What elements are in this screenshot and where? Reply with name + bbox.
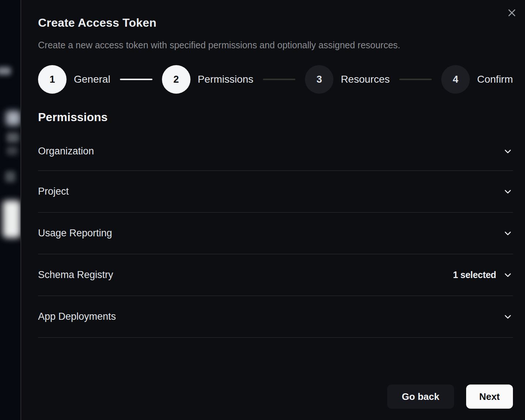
background-blur-shape — [7, 132, 19, 143]
permission-row-schema-registry[interactable]: Schema Registry 1 selected — [38, 254, 513, 296]
chevron-down-icon[interactable] — [503, 312, 513, 322]
step-number-badge: 1 — [38, 65, 67, 94]
background-blur-shape — [6, 111, 20, 125]
permissions-list: Organization Project Usage — [38, 132, 513, 338]
permissions-section-heading: Permissions — [38, 110, 513, 124]
step-number-badge: 4 — [441, 65, 470, 94]
close-icon — [507, 8, 517, 19]
step-label: Confirm — [477, 74, 513, 85]
next-button[interactable]: Next — [466, 385, 513, 409]
permission-row-label: Usage Reporting — [38, 228, 112, 239]
permission-row-label: Project — [38, 186, 69, 197]
create-access-token-dialog: Create Access Token Create a new access … — [20, 0, 525, 420]
close-button[interactable] — [506, 7, 518, 19]
permission-row-app-deployments[interactable]: App Deployments — [38, 296, 513, 338]
screen: Create Access Token Create a new access … — [0, 0, 525, 420]
step-label: General — [74, 74, 110, 85]
background-blur-shape — [5, 171, 15, 182]
go-back-button[interactable]: Go back — [387, 385, 454, 409]
step-label: Resources — [341, 74, 390, 85]
permission-row-label: Organization — [38, 146, 94, 157]
background-blur-shape — [7, 146, 18, 155]
selection-count-badge: 1 selected — [453, 270, 496, 280]
permission-row-label: App Deployments — [38, 311, 116, 322]
step-connector — [263, 79, 295, 80]
step-connector — [399, 79, 432, 80]
step-connector — [120, 79, 152, 80]
permission-row-label: Schema Registry — [38, 269, 113, 281]
chevron-down-icon[interactable] — [503, 228, 513, 239]
step-resources[interactable]: 3 Resources — [305, 65, 390, 94]
dialog-footer: Go back Next — [387, 385, 513, 409]
permission-row-project[interactable]: Project — [38, 171, 513, 213]
chevron-down-icon[interactable] — [503, 146, 513, 157]
background-blur-shape — [3, 200, 20, 238]
step-number-badge: 3 — [305, 65, 333, 94]
chevron-down-icon[interactable] — [503, 270, 513, 280]
step-confirm[interactable]: 4 Confirm — [441, 65, 513, 94]
step-permissions[interactable]: 2 Permissions — [162, 65, 253, 94]
step-general[interactable]: 1 General — [38, 65, 110, 94]
permission-row-usage-reporting[interactable]: Usage Reporting — [38, 213, 513, 254]
dialog-subtitle: Create a new access token with specified… — [38, 40, 513, 50]
background-blur-shape — [0, 67, 11, 75]
background-page — [0, 0, 20, 420]
dialog-title: Create Access Token — [38, 16, 513, 30]
step-number-badge: 2 — [162, 65, 190, 94]
stepper: 1 General 2 Permissions 3 Resources 4 Co… — [38, 65, 513, 94]
step-label: Permissions — [198, 74, 253, 85]
chevron-down-icon[interactable] — [503, 187, 513, 197]
permission-row-organization[interactable]: Organization — [38, 132, 513, 171]
